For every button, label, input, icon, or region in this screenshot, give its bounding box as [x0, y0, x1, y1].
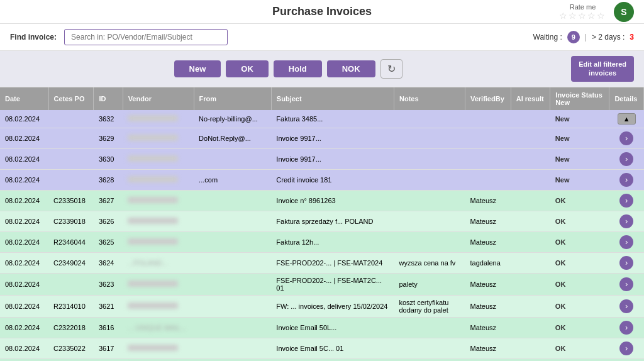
collapse-up-button[interactable]: ▲ [618, 113, 636, 125]
cell-id: 3628 [94, 169, 123, 190]
cell-ai [511, 169, 550, 190]
cell-from: ...com [194, 169, 271, 190]
waiting-label: Waiting : [533, 33, 562, 42]
col-header-cetes: Cetes PO [48, 87, 94, 110]
cell-date: 08.02.2024 [0, 273, 48, 295]
detail-button[interactable]: › [619, 194, 633, 208]
col-header-details: Details [609, 87, 644, 110]
btn-edit-all-invoices[interactable]: Edit all filteredinvoices [571, 56, 634, 82]
cell-cetes: C2339018 [48, 211, 94, 231]
detail-button[interactable]: › [619, 214, 633, 228]
cell-subject: Invoice Email 5C... 01 [271, 338, 394, 358]
cell-verified: Mateusz [465, 358, 511, 361]
cell-subject: FSE-PROD202-... | FSE-MAT2C... 01 [271, 273, 394, 295]
cell-status: OK [550, 190, 609, 211]
find-invoice-label: Find invoice: [10, 33, 57, 42]
find-invoice-bar: Find invoice: Waiting : 9 | > 2 days : 3 [0, 24, 644, 51]
cell-subject: FW: ... invoices, delivery 15/02/2024 [271, 295, 394, 317]
table-row: 08.02.2024C23220183616... UNIQUE MAIL...… [0, 317, 644, 338]
cell-notes: palety [394, 273, 465, 295]
app-header: Purchase Invoices Rate me ☆☆☆☆☆ S [0, 0, 644, 24]
cell-date: 08.02.2024 [0, 317, 48, 338]
cell-verified: tagdalena [465, 252, 511, 273]
cell-ai [511, 211, 550, 231]
cell-verified: Mateusz [465, 273, 511, 295]
cell-details[interactable]: › [609, 273, 644, 295]
cell-status: OK [550, 231, 609, 252]
cell-details[interactable]: › [609, 295, 644, 317]
cell-from [194, 231, 271, 252]
table-row: 08.02.2024C23350223617Invoice Email 5C..… [0, 338, 644, 358]
btn-refresh[interactable]: ↻ [380, 59, 402, 79]
cell-ai [511, 128, 550, 148]
cell-vendor [123, 358, 194, 361]
cell-details[interactable]: ▲ [609, 110, 644, 128]
cell-verified: Mateusz [465, 231, 511, 252]
detail-button[interactable]: › [619, 152, 633, 166]
search-input[interactable] [64, 29, 228, 45]
stars-display[interactable]: ☆☆☆☆☆ [559, 11, 606, 21]
cell-subject: Faktura 12h... [271, 231, 394, 252]
cell-details[interactable]: › [609, 211, 644, 231]
btn-nok[interactable]: NOK [327, 60, 375, 77]
cell-details[interactable]: › [609, 231, 644, 252]
cell-id: 3626 [94, 211, 123, 231]
cell-vendor [123, 110, 194, 128]
cell-cetes: R2314010 [48, 295, 94, 317]
btn-new[interactable]: New [174, 60, 221, 77]
col-header-vendor: Vendor [123, 87, 194, 110]
table-row: 08.02.2024R23140103621FW: ... invoices, … [0, 295, 644, 317]
cell-details[interactable]: › [609, 317, 644, 338]
cell-verified [465, 128, 511, 148]
btn-ok[interactable]: OK [226, 60, 269, 77]
cell-details[interactable]: › [609, 148, 644, 169]
cell-notes: wyzsza cena na fv [394, 252, 465, 273]
cell-date: 08.02.2024 [0, 148, 48, 169]
cell-status: New [550, 169, 609, 190]
cell-details[interactable]: › [609, 169, 644, 190]
detail-button[interactable]: › [619, 321, 633, 335]
table-row: 08.02.20243632No-reply-billing@...Faktur… [0, 110, 644, 128]
cell-notes [394, 338, 465, 358]
cell-subject: FSE-PROD202-... | FSE-MAT2024 [271, 252, 394, 273]
cell-cetes [48, 110, 94, 128]
detail-button[interactable]: › [619, 342, 633, 355]
col-header-verifiedby: VerifiedBy [465, 87, 511, 110]
cell-date: 08.02.2024 [0, 190, 48, 211]
col-header-subject: Subject [271, 87, 394, 110]
cell-notes [394, 231, 465, 252]
cell-from [194, 211, 271, 231]
cell-id: 3627 [94, 190, 123, 211]
cell-details[interactable]: ▼ [609, 358, 644, 361]
table-row: 08.02.20243623FSE-PROD202-... | FSE-MAT2… [0, 273, 644, 295]
cell-id: 3632 [94, 110, 123, 128]
cell-status: New [550, 110, 609, 128]
cell-subject: Faktura 3485... [271, 110, 394, 128]
cell-subject: Invoice 9917... [271, 128, 394, 148]
cell-id: 3617 [94, 338, 123, 358]
cell-details[interactable]: › [609, 338, 644, 358]
detail-button[interactable]: › [619, 299, 633, 313]
cell-verified: Mateusz [465, 190, 511, 211]
cell-cetes [48, 273, 94, 295]
cell-cetes: R2346044 [48, 231, 94, 252]
cell-ai [511, 148, 550, 169]
table-header-row: Date Cetes PO ID Vendor From Subject Not… [0, 87, 644, 110]
detail-button[interactable]: › [619, 235, 633, 249]
cell-cetes: C2322018 [48, 317, 94, 338]
detail-button[interactable]: › [619, 173, 633, 187]
cell-details[interactable]: › [609, 190, 644, 211]
cell-subject: Credit invoice 181 [271, 169, 394, 190]
waiting-count: 9 [567, 31, 580, 43]
cell-details[interactable]: › [609, 252, 644, 273]
detail-button[interactable]: › [619, 131, 633, 145]
cell-verified: Mateusz [465, 338, 511, 358]
detail-button[interactable]: › [619, 277, 633, 291]
btn-hold[interactable]: Hold [274, 60, 322, 77]
cell-cetes: C2335022 [48, 338, 94, 358]
cell-vendor [123, 295, 194, 317]
cell-status: OK [550, 338, 609, 358]
user-avatar[interactable]: S [614, 2, 634, 22]
cell-details[interactable]: › [609, 128, 644, 148]
detail-button[interactable]: › [619, 256, 633, 270]
